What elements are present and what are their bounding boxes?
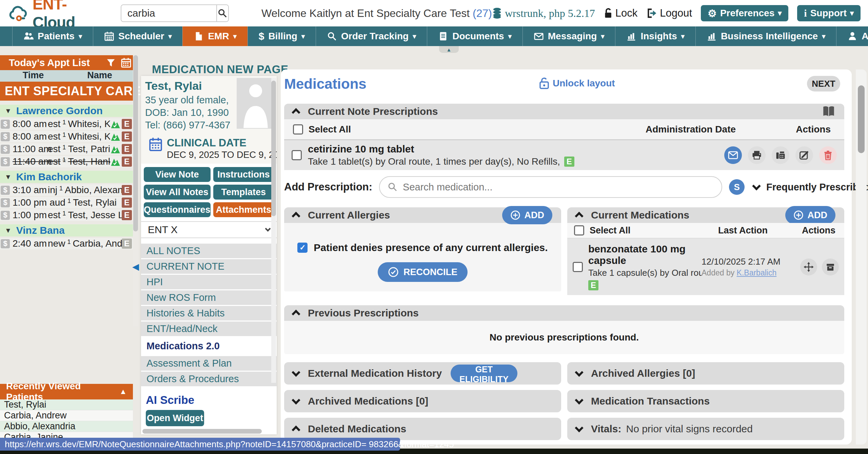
questionnaires-button[interactable]: Questionnaires (144, 202, 211, 217)
denies-allergies-row[interactable]: ✓ Patient denies presence of any current… (297, 242, 548, 253)
select-all-control[interactable]: ✓ Select All (293, 124, 351, 135)
nav-item-administration[interactable]: Administration▾ (836, 26, 868, 46)
recent-patient-item[interactable]: Carbia, Andrew (0, 410, 133, 421)
note-type-select[interactable]: ENT X (141, 221, 277, 238)
note-nav-orders-procedures[interactable]: Orders & Procedures (141, 372, 277, 386)
provider-group-header[interactable]: ▼ Kim Bachorik (0, 171, 133, 183)
templates-button[interactable]: Templates (213, 185, 274, 200)
archive-button[interactable] (822, 259, 839, 275)
checkbox-unchecked-icon[interactable]: ✓ (292, 150, 302, 160)
checkbox-unchecked-icon[interactable]: ✓ (293, 124, 303, 135)
reconcile-button[interactable]: RECONCILE (378, 262, 468, 282)
nav-item-order-tracking[interactable]: Order Tracking▾ (316, 26, 427, 46)
provider-group-header[interactable]: ▼ Lawrence Gordon (0, 105, 133, 117)
view-note-button[interactable]: View Note (144, 167, 211, 182)
external-medication-history-section[interactable]: External Medication History GET ELIGIBIL… (284, 362, 561, 385)
note-panel-scrollbar-thumb[interactable] (271, 81, 276, 216)
frequently-prescribed-toggle[interactable]: Frequently Prescribed (766, 182, 868, 193)
open-widget-button[interactable]: Open Widget (146, 410, 204, 426)
sidebar-collapse-arrow[interactable]: ◀ (132, 262, 139, 272)
medication-transactions-section[interactable]: Medication Transactions (567, 390, 844, 412)
support-button[interactable]: i Support ▾ (797, 5, 861, 21)
send-email-button[interactable] (724, 146, 742, 164)
archived-allergies-section[interactable]: Archived Allergies [0] (567, 362, 844, 385)
chevron-down-icon: ▾ (508, 33, 512, 40)
current-note-prescriptions-header[interactable]: Current Note Prescriptions (284, 104, 844, 119)
add-allergy-button[interactable]: ADD (502, 206, 553, 224)
recent-patient-item[interactable]: Abbio, Alexandria (0, 421, 133, 432)
appt-row[interactable]: $ 1:00 pmest1Test, Jesse L E (0, 209, 133, 221)
nav-item-patients[interactable]: Patients▾ (12, 26, 93, 46)
nav-item-documents[interactable]: Documents▾ (427, 26, 522, 46)
fax-button[interactable] (772, 146, 789, 164)
instructions-button[interactable]: Instructions (213, 167, 274, 182)
logout-button[interactable]: Logout (646, 7, 692, 19)
appt-row[interactable]: $ 1:00 pmaud1Test, Rylai E (0, 197, 133, 208)
note-nav-new-ros-form[interactable]: New ROS Form (141, 290, 277, 305)
note-nav-assessment-plan[interactable]: Assessment & Plan (141, 356, 277, 371)
note-nav-histories-habits[interactable]: Histories & Habits (141, 306, 277, 321)
note-nav-hpi[interactable]: HPI (141, 275, 277, 289)
print-button[interactable] (748, 146, 766, 164)
added-by-link[interactable]: K.Barbalich (737, 268, 777, 277)
delete-button[interactable] (819, 146, 837, 164)
preferences-button[interactable]: ⚙ Preferences ▾ (701, 5, 788, 21)
eprescribe-badge: E (588, 280, 598, 290)
nav-item-scheduler[interactable]: Scheduler▾ (93, 26, 182, 46)
nav-item-messaging[interactable]: Messaging▾ (522, 26, 615, 46)
lock-button[interactable]: Lock (604, 7, 637, 19)
welcome-count-link[interactable]: (27) (473, 7, 492, 19)
nav-item-insights[interactable]: Insights▾ (615, 26, 695, 46)
database-icon (492, 7, 502, 19)
checkbox-unchecked-icon[interactable]: ✓ (573, 262, 583, 272)
nav-item-emr[interactable]: EMR▾ (182, 26, 247, 46)
appt-row[interactable]: $ 8:00 amest1Whitesi, Kara E (0, 118, 133, 130)
medication-name[interactable]: cetirizine 10 mg tablet (308, 143, 718, 155)
attachments-button[interactable]: Attachments (213, 202, 274, 217)
previous-prescriptions-header[interactable]: Previous Prescriptions (284, 305, 844, 321)
current-medications-header[interactable]: Current Medications ADD (567, 207, 844, 223)
note-nav-all-notes[interactable]: ALL NOTES (141, 244, 277, 258)
checkbox-unchecked-icon[interactable]: ✓ (574, 225, 584, 235)
filter-icon[interactable] (106, 58, 116, 68)
appt-row[interactable]: $ 8:00 amest1Whitesi, Kara E (0, 131, 133, 142)
recently-viewed-header[interactable]: Recently Viewed Patients ▲ (0, 384, 133, 399)
next-button[interactable]: NEXT (807, 76, 840, 91)
add-medication-button[interactable]: ADD (785, 206, 836, 224)
deleted-medications-section[interactable]: Deleted Medications (284, 418, 561, 440)
chevron-down-icon[interactable] (752, 182, 761, 190)
medication-search-input[interactable] (403, 182, 714, 193)
note-nav-current-note[interactable]: CURRENT NOTE (141, 259, 277, 274)
view-all-notes-button[interactable]: View All Notes (144, 185, 211, 200)
vitals-section[interactable]: Vitals: No prior vital signs recorded (567, 418, 844, 440)
unlock-layout-button[interactable]: Unlock layout (539, 77, 615, 89)
appt-row[interactable]: $ 2:40 amnew1Carbia, Andre E (0, 238, 133, 249)
note-nav-ent-head-neck[interactable]: ENT/Head/Neck (141, 322, 277, 336)
panel-collapse-notch[interactable]: ▲ (439, 46, 459, 53)
horizontal-scrollbar[interactable] (142, 429, 262, 434)
appt-row[interactable]: $ 3:10 aminj1Abbio, Alexan E (0, 184, 133, 196)
book-icon[interactable] (822, 106, 835, 117)
s-badge-button[interactable]: S (729, 179, 745, 195)
edit-button[interactable] (795, 146, 813, 164)
appt-row-cancelled[interactable]: $ 11:40 amest1Test, Hank E (0, 156, 133, 167)
nav-item-business-intelligence[interactable]: Business Intelligence▾ (695, 26, 836, 46)
nav-item-billing[interactable]: $ Billing▾ (248, 26, 316, 46)
sidebar-scrollbar-thumb[interactable] (133, 55, 138, 231)
appt-row[interactable]: $ 11:00 amest1Test, Patrici E (0, 143, 133, 155)
note-nav-medications[interactable]: Medications 2.0 (141, 337, 277, 355)
triangle-down-icon: ▼ (5, 227, 12, 234)
checkbox-checked-icon[interactable]: ✓ (297, 243, 308, 253)
sidebar-scrollbar[interactable] (133, 55, 138, 326)
archived-medications-section[interactable]: Archived Medications [0] (284, 390, 561, 412)
global-search-button[interactable] (216, 5, 228, 21)
calendar-icon[interactable] (121, 57, 132, 68)
global-search-input[interactable] (121, 5, 216, 21)
provider-group-header[interactable]: ▼ Vinz Bana (0, 224, 133, 236)
main-scrollbar-thumb[interactable] (858, 85, 865, 153)
medication-name[interactable]: benzonatate 100 mg capsule (588, 243, 702, 266)
move-button[interactable] (800, 259, 817, 275)
get-eligibility-button[interactable]: GET ELIGIBILITY (451, 365, 517, 382)
current-allergies-header[interactable]: Current Allergies ADD (284, 207, 561, 223)
select-all-control[interactable]: ✓ Select All (574, 225, 631, 236)
